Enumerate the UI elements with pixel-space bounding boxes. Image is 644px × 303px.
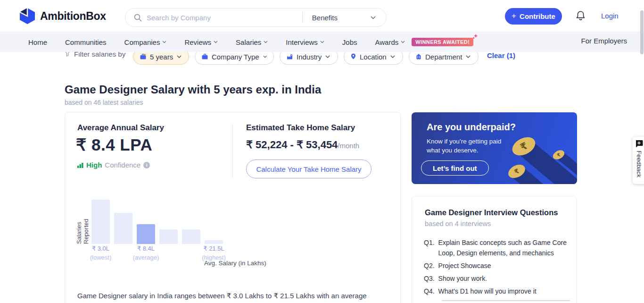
take-home-salary-label: Estimated Take Home Salary <box>246 123 355 133</box>
chevron-down-icon <box>264 41 268 43</box>
page-title: Game Designer Salary with 5 years exp. i… <box>65 83 321 96</box>
nav-item-jobs[interactable]: Jobs <box>342 38 357 46</box>
briefcase-icon <box>140 53 146 61</box>
confidence-indicator: High Confidence i <box>77 161 150 169</box>
nav-item-interviews[interactable]: Interviews <box>286 38 324 46</box>
login-link[interactable]: Login <box>601 12 619 20</box>
notifications-bell-icon[interactable] <box>576 10 586 23</box>
feedback-tab[interactable]: Feedback <box>633 137 644 184</box>
average-annual-salary-label: Average Annual Salary <box>77 123 164 133</box>
calculate-take-home-button[interactable]: Calculate Your Take Home Salary <box>246 160 372 178</box>
search-bar: Benefits <box>125 8 387 27</box>
factory-icon <box>287 53 293 61</box>
take-home-salary-value: ₹ 52,224 - ₹ 53,454/month <box>246 139 359 151</box>
chart-bar[interactable] <box>91 200 110 244</box>
nav-item-home[interactable]: Home <box>28 38 47 46</box>
sparkle-icon: ✦ <box>472 36 475 40</box>
nav-item-awards[interactable]: Awards <box>375 38 405 46</box>
underpaid-banner[interactable]: ₹ ₹ ₹ Are you underpaid? Know if you’re … <box>412 112 577 184</box>
interview-question-list: Q1.Explain Basic concepts such as Game C… <box>424 237 568 299</box>
chevron-down-icon <box>466 55 471 58</box>
confidence-level: High <box>86 161 102 169</box>
ambitionbox-salary-page: Filter salaries by 5 years Company Type … <box>0 0 644 303</box>
bar-chart-bars <box>91 195 223 244</box>
top-header: AmbitionBox Benefits + Contribute Login <box>0 0 644 32</box>
banner-body: Know if you’re getting paid what you des… <box>427 137 512 155</box>
ambitionbox-logo-icon <box>19 8 36 25</box>
interview-card-subtitle: based on 4 interviews <box>425 220 491 227</box>
briefcase-icon <box>202 53 208 61</box>
interview-card-divider <box>442 300 570 301</box>
chevron-down-icon <box>371 16 376 19</box>
chart-x-tick: ₹ 8.4L(average) <box>133 245 159 261</box>
lets-find-out-button[interactable]: Let’s find out <box>421 160 489 176</box>
scrollbar-thumb[interactable] <box>640 10 644 54</box>
chevron-down-icon <box>263 55 267 58</box>
bar-chart-icon <box>77 162 83 168</box>
chevron-down-icon <box>162 41 166 43</box>
salary-description: Game Designer salary in India ranges bet… <box>77 291 383 303</box>
logo-text: AmbitionBox <box>40 10 106 23</box>
interview-question[interactable]: Q4.What's D1 how will you improve it <box>424 286 568 296</box>
nav-item-salaries[interactable]: Salaries <box>236 38 268 46</box>
chevron-down-icon <box>177 55 182 58</box>
chart-bar[interactable] <box>205 240 223 244</box>
card-divider <box>232 124 233 178</box>
contribute-button[interactable]: + Contribute <box>505 8 562 25</box>
average-annual-salary-value: ₹ 8.4 LPA <box>76 135 152 154</box>
interview-question[interactable]: Q2.Project Showcase <box>424 261 568 271</box>
interview-card-title: Game Designer Interview Questions <box>425 208 558 217</box>
interview-question[interactable]: Q3.Show your work. <box>424 273 568 284</box>
chart-x-tick: ₹ 3.0L(lowest) <box>90 245 112 261</box>
nav-item-companies[interactable]: Companies <box>124 38 167 46</box>
chart-x-axis-label: Avg. Salary (in Lakhs) <box>204 260 266 267</box>
banner-title: Are you underpaid? <box>427 122 516 133</box>
chart-y-axis-label: Salaries Reported <box>75 195 90 244</box>
search-input[interactable] <box>142 14 302 22</box>
interview-question[interactable]: Q1.Explain Basic concepts such as Game C… <box>424 237 568 258</box>
page-subtitle: based on 46 latest salaries <box>65 99 143 106</box>
chart-bar[interactable] <box>114 213 132 244</box>
nav-item-reviews[interactable]: Reviews <box>184 38 218 46</box>
winners-awaited-badge[interactable]: WINNERS AWAITED! ✦ ✦ <box>412 38 473 46</box>
main-nav: Home Communities Companies Reviews Salar… <box>0 32 644 52</box>
feedback-tab-label: Feedback <box>636 151 643 177</box>
search-icon <box>134 14 142 22</box>
chevron-down-icon <box>214 41 218 43</box>
chart-x-tick: ₹ 21.5L(highest) <box>202 245 226 261</box>
feedback-chat-icon <box>635 140 643 148</box>
chart-bar[interactable] <box>137 224 155 244</box>
clear-filters-link[interactable]: Clear (1) <box>487 51 515 59</box>
chevron-down-icon <box>320 41 324 43</box>
info-icon[interactable]: i <box>143 162 150 168</box>
plus-icon: + <box>512 11 516 21</box>
for-employers-link[interactable]: For Employers <box>581 37 627 45</box>
location-pin-icon <box>351 53 356 61</box>
building-icon <box>416 53 421 61</box>
chart-bar[interactable] <box>159 229 178 244</box>
nav-item-communities[interactable]: Communities <box>65 38 107 46</box>
per-month-suffix: /month <box>338 142 359 150</box>
chevron-down-icon <box>401 41 405 43</box>
chevron-down-icon <box>325 55 330 58</box>
chevron-down-icon <box>390 55 395 58</box>
ambitionbox-logo[interactable]: AmbitionBox <box>19 8 106 25</box>
chart-bar[interactable] <box>182 229 200 244</box>
benefits-dropdown[interactable]: Benefits <box>303 14 386 22</box>
